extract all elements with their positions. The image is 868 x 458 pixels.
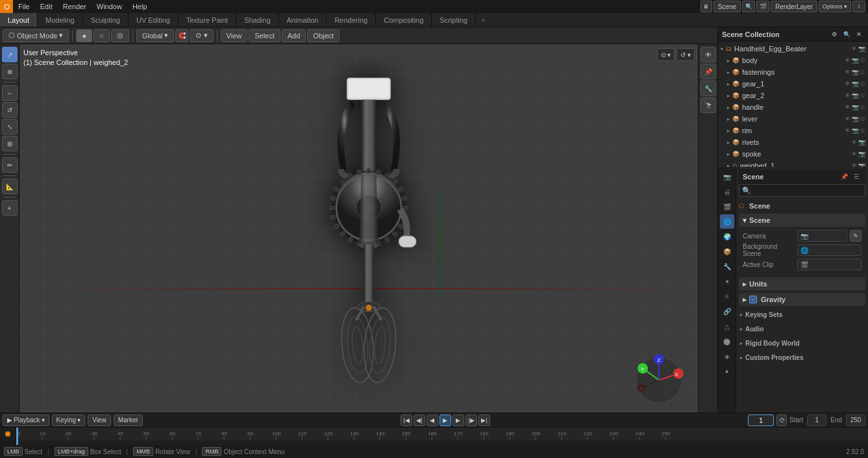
view-layer-props-btn[interactable]: 🎬: [720, 199, 734, 214]
custom-props-header[interactable]: ▸ Custom Properties: [739, 351, 865, 363]
jump-end-btn[interactable]: ▶|: [478, 414, 490, 426]
transform-space[interactable]: Global ▾: [136, 29, 175, 42]
navigation-gizmo[interactable]: X Y Z -X: [633, 354, 685, 406]
select-menu[interactable]: Select: [249, 29, 280, 42]
move-tool-btn[interactable]: ↔: [2, 85, 18, 101]
object-menu[interactable]: Object: [307, 29, 340, 42]
render-props-btn[interactable]: 📷: [720, 170, 734, 184]
body-extra-icon[interactable]: ⊙: [860, 57, 865, 64]
menu-render[interactable]: Render: [58, 0, 92, 13]
world-props-btn[interactable]: 🌍: [720, 229, 734, 244]
screen-selector[interactable]: 🖥: [701, 1, 712, 12]
tab-animation[interactable]: Animation: [279, 13, 327, 27]
menu-edit[interactable]: Edit: [35, 0, 58, 13]
select-tool-btn[interactable]: ↗: [2, 47, 18, 62]
proportional-editing[interactable]: ⊙ ▾: [190, 29, 213, 42]
overlay-dropdown[interactable]: ⊙ ▾: [657, 48, 675, 61]
camera-eyedropper[interactable]: ✎: [850, 230, 862, 242]
props-pin-icon[interactable]: 📌: [839, 172, 849, 182]
add-menu[interactable]: Add: [282, 29, 306, 42]
props-search-bar[interactable]: 🔍: [739, 184, 865, 197]
render-icon[interactable]: 📷: [858, 45, 865, 52]
end-frame[interactable]: 250: [846, 414, 865, 426]
outliner-root-item[interactable]: ▾ 🗂 Handheld_Egg_Beater 👁 📷: [718, 43, 868, 55]
timeline-view-menu[interactable]: View: [88, 414, 111, 426]
units-section-header[interactable]: ▸ Units: [739, 277, 865, 290]
snap-btn[interactable]: 🧲: [175, 29, 188, 42]
tab-compositing[interactable]: Compositing: [376, 13, 432, 27]
tab-layout[interactable]: Layout: [0, 13, 38, 27]
modifier-props-btn[interactable]: 🔧: [720, 259, 734, 274]
marker-menu[interactable]: Marker: [114, 414, 143, 426]
physics-props-btn[interactable]: ⚛: [720, 289, 734, 303]
gizmo-dropdown[interactable]: ↺ ▾: [676, 48, 695, 61]
info-btn[interactable]: i: [852, 1, 865, 12]
outliner-close-icon[interactable]: ✕: [854, 29, 864, 40]
gravity-checkbox[interactable]: ✓: [749, 296, 757, 303]
active-clip-value[interactable]: 🎬: [797, 259, 862, 270]
object-props-btn[interactable]: 📦: [720, 244, 734, 259]
start-frame[interactable]: 1: [807, 414, 826, 426]
scene-section-header[interactable]: ▾ Scene: [739, 214, 865, 227]
props-menu-icon[interactable]: ☰: [851, 172, 862, 182]
outliner-item-spoke[interactable]: ▸ 📦 spoke 👁 📷: [718, 148, 868, 160]
view-settings-btn[interactable]: 🔭: [701, 97, 716, 113]
outliner-item-gear1[interactable]: ▸ 📦 gear_1 👁 📷 ⊙: [718, 78, 868, 90]
measure-tool-btn[interactable]: 📐: [2, 179, 18, 194]
play-btn[interactable]: ▶: [440, 414, 451, 426]
shader-props-btn[interactable]: ♦: [720, 364, 734, 378]
keying-menu[interactable]: Keying ▾: [52, 414, 86, 426]
body-render-icon[interactable]: 📷: [852, 57, 859, 64]
body-vis-icon[interactable]: 👁: [845, 57, 850, 64]
viewport-shading-solid[interactable]: ●: [76, 29, 92, 42]
transform-tool-btn[interactable]: ⊞: [2, 136, 18, 151]
particles-props-btn[interactable]: ✦: [720, 274, 734, 288]
bg-scene-value[interactable]: 🌐: [797, 244, 862, 256]
tab-modeling[interactable]: Modeling: [38, 13, 83, 27]
gravity-section-header[interactable]: ▸ ✓ Gravity: [739, 293, 865, 306]
add-workspace-tab[interactable]: +: [476, 16, 490, 24]
3d-viewport[interactable]: User Perspective (1) Scene Collection | …: [19, 44, 717, 439]
playback-menu[interactable]: ▶ Playback ▾: [3, 414, 49, 426]
current-frame-display[interactable]: 1: [748, 414, 774, 426]
rotate-tool-btn[interactable]: ↺: [2, 102, 18, 118]
tab-texture-paint[interactable]: Texture Paint: [179, 13, 236, 27]
output-props-btn[interactable]: 🖨: [720, 184, 734, 199]
outliner-item-rivets[interactable]: ▸ 📦 rivets 👁 📷: [718, 136, 868, 148]
camera-value[interactable]: 📷: [797, 230, 847, 242]
outliner-item-gear2[interactable]: ▸ 📦 gear_2 👁 📷 ⊙: [718, 90, 868, 101]
add-object-btn[interactable]: +: [2, 200, 18, 216]
viewport-shading-rendered[interactable]: ◎: [111, 29, 129, 42]
outliner-item-fastenings[interactable]: ▸ 📦 fastenings 👁 📷 ⊙: [718, 66, 868, 78]
outliner-item-handle[interactable]: ▸ 📦 handle 👁 📷 ⊙: [718, 101, 868, 113]
next-frame-btn[interactable]: ▶: [453, 414, 464, 426]
next-keyframe-btn[interactable]: |▶: [465, 414, 477, 426]
tab-rendering[interactable]: Rendering: [327, 13, 376, 27]
menu-help[interactable]: Help: [127, 0, 153, 13]
audio-header[interactable]: ▸ Audio: [739, 323, 865, 335]
material-props-btn[interactable]: ⬤: [720, 334, 734, 348]
keying-sets-header[interactable]: ▸ Keying Sets: [739, 309, 865, 320]
menu-window[interactable]: Window: [92, 0, 127, 13]
object-data-props-btn[interactable]: △: [720, 319, 734, 333]
clock-icon-btn[interactable]: ⏱: [776, 414, 787, 426]
outliner-item-rim[interactable]: ▸ 📦 rim 👁 📷 ⊙: [718, 125, 868, 136]
tab-shading[interactable]: Shading: [236, 13, 279, 27]
scene-props-btn[interactable]: 🌐: [720, 214, 734, 229]
node-props-btn[interactable]: ◈: [720, 349, 734, 363]
view-layer-icon[interactable]: 🎬: [756, 1, 769, 12]
outliner-search-icon[interactable]: 🔍: [841, 29, 852, 40]
cursor-tool-btn[interactable]: ⊕: [2, 64, 18, 79]
jump-start-btn[interactable]: |◀: [401, 414, 412, 426]
annotate-tool-btn[interactable]: ✏: [2, 157, 18, 173]
mode-selector[interactable]: ⬡ Object Mode ▾: [3, 29, 69, 42]
view-menu[interactable]: View: [221, 29, 248, 42]
tab-scripting[interactable]: Scripting: [432, 13, 476, 27]
outliner-item-body[interactable]: ▸ 📦 body 👁 📷 ⊙: [718, 55, 868, 66]
visibility-icon[interactable]: 👁: [851, 45, 857, 52]
options-btn[interactable]: Options ▾: [819, 1, 851, 12]
renderlayer-selector[interactable]: RenderLayer: [771, 1, 817, 12]
prev-keyframe-btn[interactable]: ◀|: [414, 414, 425, 426]
item-btn[interactable]: 📌: [701, 64, 716, 79]
outliner-filter-icon[interactable]: ⚙: [829, 29, 839, 40]
